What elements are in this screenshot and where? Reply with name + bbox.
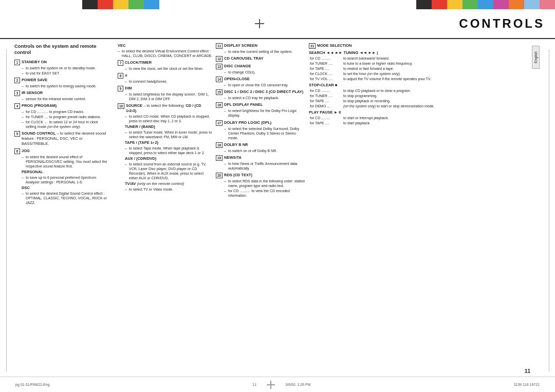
english-tab: English bbox=[531, 43, 541, 368]
left-margin bbox=[0, 39, 12, 377]
item-source: 10 SOURCE – to select the following: CD … bbox=[118, 103, 213, 192]
item-dolby-pro-logic: 17 DOLBY PRO LOGIC (DPL) –to select the … bbox=[216, 120, 306, 140]
item-news-ta: 19 NEWS/TA –to hear News or Traffic Anno… bbox=[216, 155, 306, 171]
column-1: Controls on the system and remote contro… bbox=[14, 43, 115, 375]
footer: pg 01-31/P88/22-Eng 11 3/6/00, 1:26 PM 3… bbox=[0, 377, 555, 392]
top-color-bar bbox=[0, 0, 555, 9]
header: CONTROLS bbox=[0, 9, 555, 39]
section-title: Controls on the system and remote contro… bbox=[14, 43, 109, 56]
item-cd-carousel: 12 CD CAROUSEL TRAY bbox=[216, 56, 306, 62]
column-4: 21 MODE SELECTION SEARCH ◄◄ ►► TUNING ◄◄… bbox=[309, 43, 541, 375]
footer-right: 3139 116 19721 bbox=[513, 383, 540, 386]
item-open-close: 14 OPEN•CLOSE –to open or close the CD c… bbox=[216, 77, 306, 87]
item-disc-select: 15 DISC 1 / DISC 2 / DISC 3 (CD DIRECT P… bbox=[216, 89, 306, 100]
item-clock-timer: 7 CLOCK/TIMER –to view the clock, set th… bbox=[118, 60, 213, 71]
item-power-save: 2 POWER SAVE –to switch the system to en… bbox=[14, 78, 109, 88]
item-play-pause: PLAY PAUSE ► II for CD .........to start… bbox=[309, 110, 531, 125]
column-3: 11 DISPLAY SCREEN –to view the current s… bbox=[216, 43, 306, 375]
item-ir-sensor: 3 IR SENSOR –sensor for the infrared rem… bbox=[14, 90, 109, 101]
item-dolby-bnr: 18 DOLBY B NR –to switch on or off Dolby… bbox=[216, 142, 306, 153]
page-title: CONTROLS bbox=[459, 16, 545, 31]
item-dim: 9 DIM –to select brightness for the disp… bbox=[118, 86, 213, 101]
item-dpl-display: 16 DPL DISPLAY PANEL –to select brightne… bbox=[216, 102, 306, 118]
item-prog: 4 PROG (PROGRAM) –for CD ........... to … bbox=[14, 103, 109, 129]
item-rds-cd-text: 20 RDS (CD TEXT) –to select RDS data in … bbox=[216, 173, 306, 198]
item-disc-change: 13 DISC CHANGE –to change CD(s). bbox=[216, 64, 306, 74]
item-stop-clear: STOP•CLEAR ■ for CD .........to stop CD … bbox=[309, 83, 531, 108]
main-content: Controls on the system and remote contro… bbox=[0, 39, 555, 377]
item-vec: VEC –to select the desired Virtual Envir… bbox=[118, 43, 213, 58]
column-2: VEC –to select the desired Virtual Envir… bbox=[118, 43, 213, 375]
page-body: Controls on the system and remote contro… bbox=[12, 39, 543, 377]
item-search-tuning: SEARCH ◄◄ ►► TUNING ◄◄ ►► | for CD .....… bbox=[309, 50, 531, 81]
footer-date: 3/6/00, 1:26 PM bbox=[285, 383, 310, 386]
item-mode-selection: 21 MODE SELECTION bbox=[309, 43, 531, 49]
page-number-right: 11 bbox=[309, 368, 541, 375]
item-headphones: 8 n –to connect headphones. bbox=[118, 73, 213, 84]
footer-left: pg 01-31/P88/22-Eng bbox=[15, 383, 50, 386]
footer-center: 11 bbox=[252, 383, 256, 386]
item-standby-on: 1 STANDBY ON –to switch the system on or… bbox=[14, 60, 109, 76]
item-display-screen: 11 DISPLAY SCREEN –to view the current s… bbox=[216, 43, 306, 54]
right-margin bbox=[543, 39, 555, 377]
item-jog: 6 JOG –to select the desired sound effec… bbox=[14, 148, 109, 205]
item-sound-control: 5 SOUND CONTROL – to select the desired … bbox=[14, 131, 109, 146]
